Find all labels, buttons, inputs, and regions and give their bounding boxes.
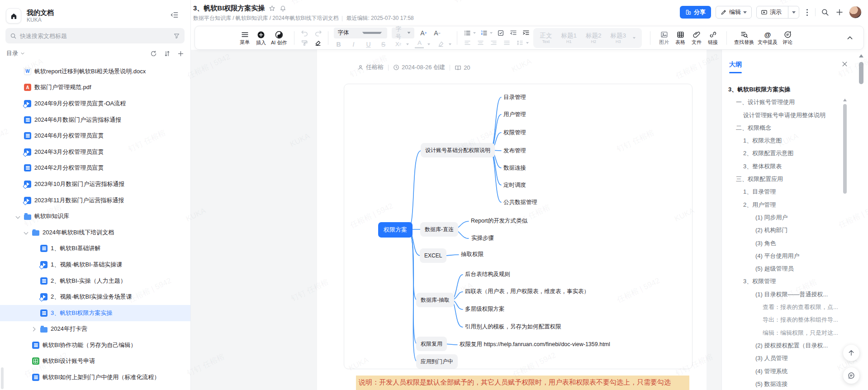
highlight-color-icon[interactable]: [436, 40, 445, 48]
highlighted-note[interactable]: 说明：开发人员权限是默认全部赋予的，其它人员赋予权限时，用户表和权限表不要勾选上…: [356, 376, 689, 390]
search-icon[interactable]: [820, 7, 830, 17]
file-tree-item[interactable]: 3、帆软BI权限方案实操: [0, 305, 190, 321]
file-tree-item[interactable]: 帆软BI设计账号申请: [0, 353, 190, 370]
file-tree-item[interactable]: 帆软report迁移到帆软BI相关场景说明.docx: [0, 63, 190, 80]
file-tree-item[interactable]: 2024年9月分权管理员宣贯-OA流程: [0, 95, 190, 112]
outline-item[interactable]: 查看：报表的查看权限，点...: [722, 301, 850, 314]
filter-icon[interactable]: [173, 33, 180, 39]
tree-chevron-icon[interactable]: [15, 214, 21, 219]
star-icon[interactable]: [269, 5, 275, 12]
outline-item[interactable]: (4) 管理系统: [722, 365, 850, 378]
mindmap-branch-node[interactable]: 数据库-直连: [420, 222, 458, 237]
directory-label[interactable]: 目录: [6, 49, 18, 57]
indent-icon[interactable]: [522, 29, 531, 37]
outline-item[interactable]: 2、权限配置示意图: [722, 147, 850, 160]
bullet-list-icon[interactable]: [463, 29, 472, 37]
outline-item[interactable]: 3、权限管理: [722, 275, 850, 288]
scroll-up-icon[interactable]: [843, 99, 847, 101]
collapse-sidebar-button[interactable]: [170, 10, 179, 19]
strikethrough-icon[interactable]: S: [379, 40, 388, 48]
tree-chevron-icon[interactable]: [15, 149, 21, 155]
home-button[interactable]: [6, 8, 21, 24]
chevron-down-icon[interactable]: [20, 51, 25, 56]
underline-icon[interactable]: U: [364, 40, 373, 48]
mindmap-leaf[interactable]: 数据连接: [503, 164, 526, 172]
file-tree-item[interactable]: 帆软BI知识库: [0, 208, 190, 224]
undo-icon[interactable]: [300, 29, 309, 37]
tree-chevron-icon[interactable]: [23, 358, 29, 364]
mindmap-leaf[interactable]: 四联表（用户表，用户权限表，维度表，事实表）: [465, 288, 589, 295]
tree-chevron-icon[interactable]: [15, 117, 21, 123]
user-avatar[interactable]: [849, 6, 862, 19]
mindmap-root-node[interactable]: 权限方案: [378, 222, 413, 238]
back-to-top-button[interactable]: [843, 345, 859, 361]
outdent-icon[interactable]: [509, 29, 518, 37]
collapse-toolbar-icon[interactable]: [846, 34, 854, 42]
font-family-select[interactable]: 字体: [334, 28, 387, 38]
decrease-font-icon[interactable]: A−: [432, 29, 441, 37]
outline-item[interactable]: (5) 超级管理员: [722, 262, 850, 275]
outline-item[interactable]: 设计管理账号申请使用整体说明: [722, 109, 850, 122]
edit-mode-button[interactable]: 编辑: [716, 6, 752, 19]
outline-item[interactable]: 二、权限概念: [722, 122, 850, 134]
mindmap-leaf[interactable]: 定时调度: [503, 181, 526, 189]
mindmap-branch-node[interactable]: 数据库-抽取: [416, 293, 454, 307]
file-tree-item[interactable]: 2023年11月数据门户运营指标通报: [0, 192, 190, 209]
outline-item[interactable]: (3) 人员管理: [722, 352, 850, 365]
tree-chevron-icon[interactable]: [31, 310, 37, 316]
mindmap-leaf[interactable]: 实操步骤: [471, 234, 494, 242]
outline-item[interactable]: (3) 角色: [722, 237, 850, 250]
file-tree-item[interactable]: 2024年3月分权管理员宣贯: [0, 144, 190, 160]
file-tree-item[interactable]: 2024年帆软BI线下培训文档: [0, 224, 190, 241]
refresh-icon[interactable]: [150, 50, 157, 57]
outline-item[interactable]: 三、权限配置应用: [722, 173, 850, 185]
more-options-icon[interactable]: [806, 12, 808, 13]
outline-item[interactable]: 1、权限示意图: [722, 134, 850, 147]
document-page[interactable]: 任榕榕 2024-08-26 创建 20: [317, 50, 707, 390]
tree-chevron-icon[interactable]: [23, 342, 29, 348]
mindmap-branch-node[interactable]: 应用到门户中: [416, 354, 458, 369]
style-body-button[interactable]: 正文Text: [540, 32, 552, 44]
page-scroll-thumb[interactable]: [859, 62, 863, 84]
feedback-button[interactable]: [843, 367, 859, 384]
tree-chevron-icon[interactable]: [15, 100, 21, 106]
file-tree-item[interactable]: 2、帆软BI-实操（人力主题）: [0, 273, 190, 289]
ai-create-button[interactable]: AI 创作: [269, 31, 289, 45]
present-button[interactable]: 演示: [756, 6, 799, 19]
breadcrumb[interactable]: 数据平台知识库 / 帆软BI知识库 / 2024年帆软BI线下培训文档: [193, 14, 338, 22]
outline-item[interactable]: 编辑：编辑权限，只是对这...: [722, 327, 850, 339]
insert-image-button[interactable]: 图片: [656, 31, 672, 45]
align-justify-icon[interactable]: [502, 39, 511, 47]
tree-chevron-icon[interactable]: [15, 165, 21, 171]
insert-link-button[interactable]: 链接: [705, 31, 721, 45]
tree-chevron-icon[interactable]: [15, 197, 21, 203]
close-icon[interactable]: [841, 61, 848, 67]
find-replace-button[interactable]: 查找替换: [732, 31, 756, 45]
increase-font-icon[interactable]: A+: [419, 29, 428, 37]
style-h1-button[interactable]: 标题1H1: [561, 32, 577, 44]
outline-item[interactable]: 3、帆软BI权限方案实操: [722, 83, 850, 96]
file-tree-item[interactable]: 1、帆软BI基础讲解: [0, 241, 190, 257]
align-left-icon[interactable]: [463, 39, 472, 47]
notification-bell-icon[interactable]: [280, 5, 286, 12]
sidebar-scrollbar[interactable]: [1, 367, 4, 389]
style-h2-button[interactable]: 标题2H2: [586, 32, 602, 44]
tree-chevron-icon[interactable]: [31, 294, 37, 300]
file-tree-item[interactable]: 2024年2月分权管理员宣贯: [0, 160, 190, 176]
task-checkbox-icon[interactable]: [496, 29, 505, 37]
outline-item[interactable]: (5) 数据连接: [722, 378, 850, 390]
sidebar-search[interactable]: [5, 28, 185, 43]
mindmap-leaf[interactable]: 抽取权限: [461, 251, 484, 258]
menu-button[interactable]: 菜单: [237, 31, 253, 45]
mindmap-leaf[interactable]: 权限管理: [503, 129, 526, 137]
tree-chevron-icon[interactable]: [15, 181, 21, 187]
tree-chevron-icon[interactable]: [31, 278, 37, 284]
outline-item[interactable]: 一、设计账号管理使用: [722, 96, 850, 109]
tree-chevron-icon[interactable]: [31, 326, 37, 332]
outline-item[interactable]: (2) 机构部门: [722, 224, 850, 237]
file-tree-item[interactable]: 2023年10月数据门户运营指标通报: [0, 176, 190, 192]
file-tree-item[interactable]: 2、视频-帆软BI实操业务场景课: [0, 289, 190, 305]
mindmap-leaf[interactable]: 多层级权限方案: [465, 305, 505, 313]
tree-chevron-icon[interactable]: [23, 375, 29, 380]
file-tree-item[interactable]: 2024年6月分权管理员宣贯: [0, 128, 190, 144]
